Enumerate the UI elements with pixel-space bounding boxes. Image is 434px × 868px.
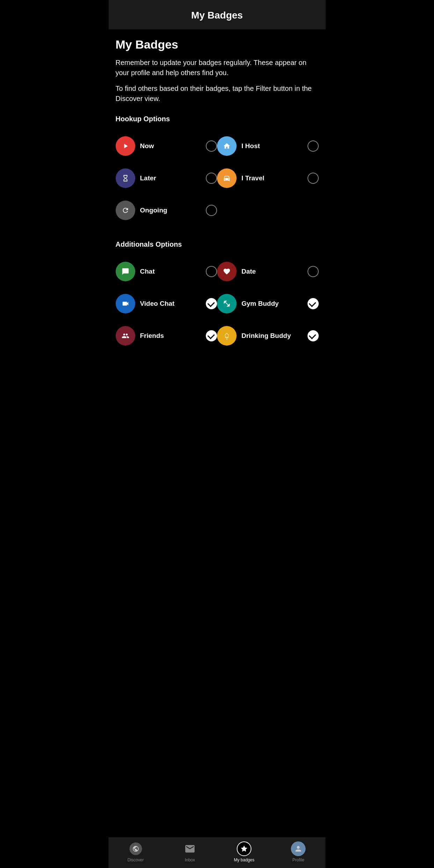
hookup-section-title: Hookup Options [116, 115, 319, 123]
option-chat[interactable]: Chat [116, 255, 217, 288]
option-date[interactable]: Date [217, 255, 319, 288]
chat-icon [116, 262, 135, 281]
nav-inbox[interactable]: Inbox [163, 841, 217, 862]
friends-radio[interactable] [206, 330, 217, 341]
discover-icon [129, 842, 142, 855]
profile-nav-label: Profile [292, 858, 304, 862]
now-label: Now [140, 142, 201, 150]
date-radio[interactable] [308, 266, 319, 277]
video-chat-label: Video Chat [140, 300, 201, 308]
drinking-buddy-label: Drinking Buddy [241, 332, 303, 340]
option-i-host[interactable]: I Host [217, 130, 319, 162]
my-badges-icon [237, 841, 252, 856]
i-host-icon [217, 136, 237, 156]
i-host-radio[interactable] [308, 140, 319, 152]
main-content: My Badges Remember to update your badges… [109, 29, 326, 868]
option-video-chat[interactable]: Video Chat [116, 288, 217, 320]
option-friends[interactable]: Friends [116, 320, 217, 352]
inbox-nav-label: Inbox [185, 858, 195, 862]
my-badges-icon-container [237, 841, 252, 856]
inbox-icon-container [182, 841, 197, 856]
profile-icon-container [291, 841, 306, 856]
i-travel-label: I Travel [241, 174, 303, 182]
page-title: My Badges [116, 38, 319, 51]
friends-icon [116, 326, 135, 346]
additionals-section: Additionals Options Chat Date [116, 240, 319, 352]
i-host-label: I Host [241, 142, 303, 150]
profile-avatar [291, 841, 306, 856]
option-gym-buddy[interactable]: Gym Buddy [217, 288, 319, 320]
chat-label: Chat [140, 268, 201, 275]
discover-icon-container [128, 841, 143, 856]
inbox-icon [184, 844, 195, 854]
now-icon [116, 136, 135, 156]
hookup-options-grid: Now I Host Later [116, 130, 319, 226]
additionals-section-title: Additionals Options [116, 240, 319, 248]
my-badges-nav-label: My badges [234, 858, 254, 862]
app-header: My Badges [109, 0, 326, 29]
video-chat-icon [116, 294, 135, 313]
gym-buddy-icon [217, 294, 237, 313]
video-chat-radio[interactable] [206, 298, 217, 309]
option-later[interactable]: Later [116, 162, 217, 194]
ongoing-icon [116, 201, 135, 220]
i-travel-radio[interactable] [308, 173, 319, 184]
bottom-nav: Discover Inbox My badges Profile [109, 838, 326, 868]
option-now[interactable]: Now [116, 130, 217, 162]
discover-nav-label: Discover [128, 858, 144, 862]
ongoing-radio[interactable] [206, 205, 217, 216]
chat-radio[interactable] [206, 266, 217, 277]
now-radio[interactable] [206, 140, 217, 152]
drinking-buddy-icon [217, 326, 237, 346]
option-i-travel[interactable]: I Travel [217, 162, 319, 194]
nav-profile[interactable]: Profile [271, 841, 325, 862]
drinking-buddy-radio[interactable] [308, 330, 319, 341]
date-label: Date [241, 268, 303, 275]
gym-buddy-label: Gym Buddy [241, 300, 303, 308]
ongoing-label: Ongoing [140, 207, 201, 214]
later-label: Later [140, 174, 201, 182]
description-2: To find others based on their badges, ta… [116, 84, 319, 104]
additionals-options-grid: Chat Date Video Chat [116, 255, 319, 352]
svg-marker-0 [124, 144, 128, 149]
later-radio[interactable] [206, 173, 217, 184]
friends-label: Friends [140, 332, 201, 340]
header-title: My Badges [116, 10, 319, 21]
hookup-section: Hookup Options Now I Host [116, 115, 319, 226]
nav-discover[interactable]: Discover [109, 841, 163, 862]
later-icon [116, 168, 135, 188]
i-travel-icon [217, 168, 237, 188]
description-1: Remember to update your badges regularly… [116, 58, 319, 78]
date-icon [217, 262, 237, 281]
nav-my-badges[interactable]: My badges [217, 841, 271, 862]
option-drinking-buddy[interactable]: Drinking Buddy [217, 320, 319, 352]
option-ongoing[interactable]: Ongoing [116, 194, 217, 226]
gym-buddy-radio[interactable] [308, 298, 319, 309]
